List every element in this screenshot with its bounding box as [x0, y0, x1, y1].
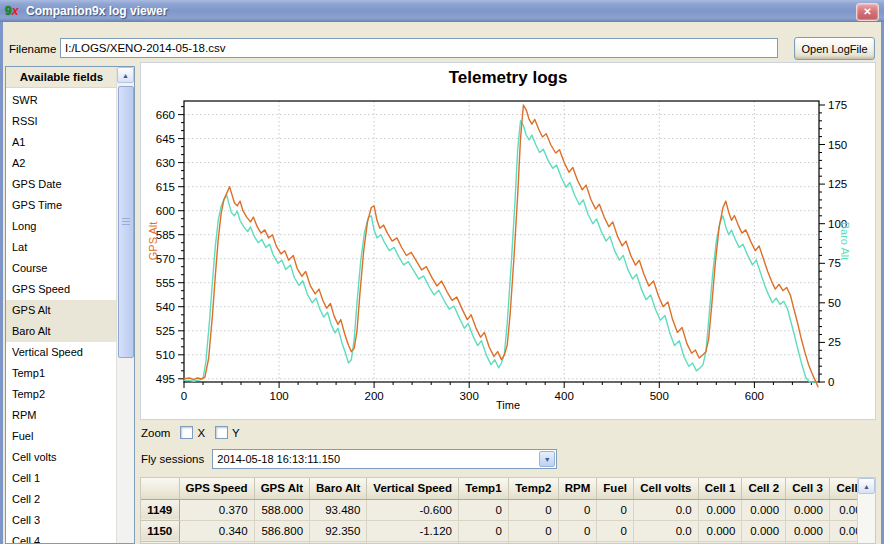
field-item-rssi[interactable]: RSSI	[6, 111, 117, 132]
column-header-baro-alt[interactable]: Baro Alt	[310, 478, 367, 499]
table-cell[interactable]: 0	[508, 520, 558, 541]
column-header-cell-1[interactable]: Cell 1	[698, 478, 742, 499]
column-header-temp1[interactable]: Temp1	[458, 478, 508, 499]
table-cell[interactable]: 586.800	[254, 520, 309, 541]
column-header-fuel[interactable]: Fuel	[597, 478, 634, 499]
field-item-rpm[interactable]: RPM	[6, 405, 117, 426]
zoom-label: Zoom	[141, 427, 170, 439]
scroll-up-icon[interactable]: ▲	[117, 67, 134, 83]
app-window: 9x Companion9x log viewer ✕ Filename Ope…	[0, 0, 884, 544]
table-cell[interactable]: 0	[508, 499, 558, 520]
filename-input[interactable]	[60, 38, 778, 58]
table-scroll-up-icon[interactable]: ▲	[858, 478, 875, 494]
table-cell[interactable]: 0.000	[786, 520, 830, 541]
table-cell[interactable]: 0.000	[742, 520, 786, 541]
field-item-vertical-speed[interactable]: Vertical Speed	[6, 342, 117, 363]
zoom-x-checkbox[interactable]	[180, 426, 193, 439]
svg-text:495: 495	[156, 373, 175, 385]
table-cell[interactable]: 93.480	[310, 499, 367, 520]
table-cell[interactable]: -1.120	[367, 520, 459, 541]
table-cell[interactable]: 0.000	[742, 499, 786, 520]
column-header-cell-2[interactable]: Cell 2	[742, 478, 786, 499]
field-item-temp1[interactable]: Temp1	[6, 363, 117, 384]
column-header-cell-volts[interactable]: Cell volts	[633, 478, 698, 499]
available-fields-header: Available fields	[6, 67, 117, 88]
field-item-cell-volts[interactable]: Cell volts	[6, 447, 117, 468]
field-item-long[interactable]: Long	[6, 216, 117, 237]
filename-label: Filename	[9, 43, 56, 55]
field-item-gps-date[interactable]: GPS Date	[6, 174, 117, 195]
table-cell[interactable]: -0.600	[367, 499, 459, 520]
field-item-cell-3[interactable]: Cell 3	[6, 510, 117, 531]
client-area: Filename Open LogFile Available fields S…	[0, 22, 884, 544]
field-item-gps-speed[interactable]: GPS Speed	[6, 279, 117, 300]
table-row: 11490.370588.00093.480-0.60000000.00.000…	[141, 499, 875, 520]
chart-panel: 4955105255405555705856006156306456600255…	[140, 62, 876, 420]
field-item-lat[interactable]: Lat	[6, 237, 117, 258]
field-item-fuel[interactable]: Fuel	[6, 426, 117, 447]
window-title: Companion9x log viewer	[26, 4, 167, 18]
table-cell[interactable]: 0.370	[179, 499, 254, 520]
svg-text:510: 510	[156, 349, 175, 361]
open-logfile-button[interactable]: Open LogFile	[794, 37, 875, 60]
table-cell[interactable]: 0.0	[633, 520, 698, 541]
table-cell[interactable]: 0.000	[698, 499, 742, 520]
column-header-gps-alt[interactable]: GPS Alt	[254, 478, 309, 499]
field-item-temp2[interactable]: Temp2	[6, 384, 117, 405]
column-header-rpm[interactable]: RPM	[558, 478, 597, 499]
table-cell[interactable]: 0.340	[179, 520, 254, 541]
chevron-down-icon[interactable]: ▼	[539, 451, 555, 467]
field-item-cell-1[interactable]: Cell 1	[6, 468, 117, 489]
table-cell[interactable]: 0	[458, 499, 508, 520]
table-scrollbar[interactable]: ▲	[857, 478, 875, 543]
table-cell[interactable]: 0.000	[786, 499, 830, 520]
svg-text:25: 25	[828, 336, 841, 348]
row-header[interactable]: 1149	[141, 499, 179, 520]
titlebar[interactable]: 9x Companion9x log viewer ✕	[0, 0, 884, 22]
svg-text:615: 615	[156, 181, 175, 193]
field-item-baro-alt[interactable]: Baro Alt	[6, 321, 117, 342]
table-cell[interactable]: 0.000	[698, 520, 742, 541]
svg-text:630: 630	[156, 157, 175, 169]
table-cell[interactable]: 0	[597, 499, 634, 520]
sidebar-scrollbar[interactable]: ▲	[116, 67, 134, 543]
table-cell[interactable]: 0.0	[633, 499, 698, 520]
x-axis-label: Time	[141, 399, 875, 411]
svg-text:125: 125	[828, 178, 847, 190]
column-header-vertical-speed[interactable]: Vertical Speed	[367, 478, 459, 499]
telemetry-table: GPS SpeedGPS AltBaro AltVertical SpeedTe…	[141, 478, 875, 544]
available-fields-panel: Available fields SWRRSSIA1A2GPS DateGPS …	[5, 66, 135, 544]
column-header-temp2[interactable]: Temp2	[508, 478, 558, 499]
table-cell[interactable]: 0	[558, 499, 597, 520]
svg-text:660: 660	[156, 109, 175, 121]
field-item-course[interactable]: Course	[6, 258, 117, 279]
svg-text:0: 0	[828, 376, 834, 388]
field-item-cell-4[interactable]: Cell 4	[6, 531, 117, 544]
fly-session-value: 2014-05-18 16:13:11.150	[213, 453, 538, 465]
column-header-cell-3[interactable]: Cell 3	[786, 478, 830, 499]
field-item-gps-time[interactable]: GPS Time	[6, 195, 117, 216]
telemetry-table-container: GPS SpeedGPS AltBaro AltVertical SpeedTe…	[140, 477, 876, 544]
table-cell[interactable]: 0	[597, 520, 634, 541]
svg-text:540: 540	[156, 301, 175, 313]
table-cell[interactable]: 92.350	[310, 520, 367, 541]
app-icon: 9x	[5, 4, 22, 19]
zoom-y-label: Y	[232, 427, 240, 439]
field-item-a2[interactable]: A2	[6, 153, 117, 174]
close-button[interactable]: ✕	[856, 3, 879, 21]
fly-sessions-select[interactable]: 2014-05-18 16:13:11.150 ▼	[212, 449, 557, 469]
table-cell[interactable]: 0	[558, 520, 597, 541]
field-item-cell-2[interactable]: Cell 2	[6, 489, 117, 510]
svg-text:150: 150	[828, 139, 847, 151]
table-cell[interactable]: 588.000	[254, 499, 309, 520]
sidebar-scrollbar-thumb[interactable]	[118, 86, 134, 358]
row-header[interactable]: 1150	[141, 520, 179, 541]
field-item-gps-alt[interactable]: GPS Alt	[6, 300, 117, 321]
right-axis-label: Baro Alt	[837, 206, 851, 276]
table-cell[interactable]: 0	[458, 520, 508, 541]
column-header-gps-speed[interactable]: GPS Speed	[179, 478, 254, 499]
field-item-a1[interactable]: A1	[6, 132, 117, 153]
field-item-swr[interactable]: SWR	[6, 90, 117, 111]
chart-title: Telemetry logs	[141, 68, 875, 88]
zoom-y-checkbox[interactable]	[215, 426, 228, 439]
